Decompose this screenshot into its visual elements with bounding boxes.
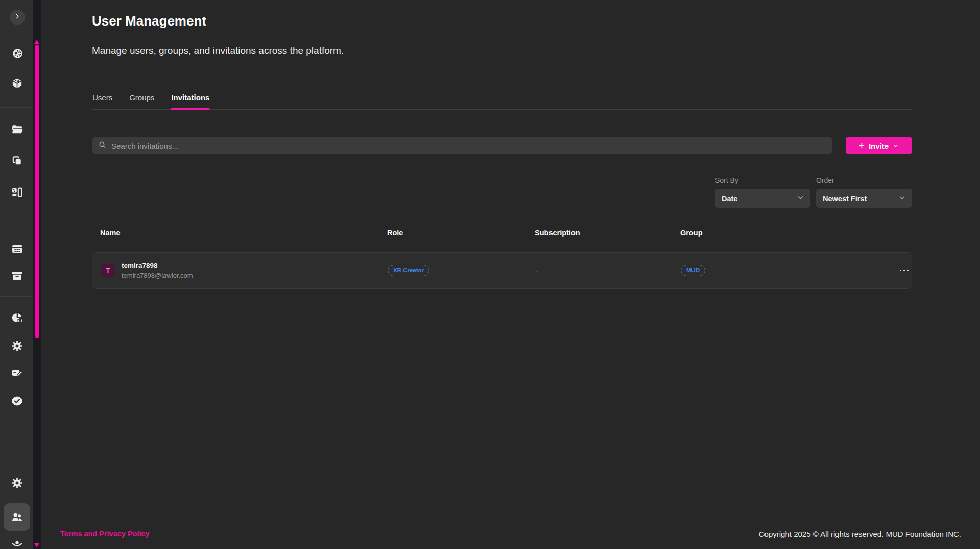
invite-button-label: Invite <box>869 141 889 150</box>
column-header-group: Group <box>680 229 889 237</box>
sidebar-item-admin-settings[interactable] <box>6 471 28 494</box>
sidebar-item-projects[interactable] <box>6 118 28 140</box>
footer: Terms and Privacy Policy Copyright 2025 … <box>41 518 980 549</box>
search-icon <box>98 140 107 151</box>
sidebar-divider <box>0 423 33 423</box>
sort-by-filter: Sort By Date <box>715 176 810 208</box>
group-badge: MUD <box>681 265 705 276</box>
tab-invitations[interactable]: Invitations <box>171 93 210 109</box>
filters: Sort By Date Order Newest First <box>715 176 912 208</box>
search-box <box>92 137 832 154</box>
copyright-text: Copyright 2025 © All rights reserved. MU… <box>759 530 961 538</box>
pie-chart-icon <box>11 311 23 324</box>
avatar: T <box>101 263 115 278</box>
scroll-down-arrow-icon[interactable] <box>34 543 39 547</box>
sidebar-divider <box>0 212 33 212</box>
sidebar-item-user-management[interactable] <box>4 503 30 531</box>
table-header-row: Name Role Subscription Group <box>92 229 912 237</box>
app-window: User Management Manage users, groups, an… <box>0 0 980 549</box>
user-cell: T temira7898 temira7898@lawior.com <box>101 261 388 279</box>
sidebar-item-billing[interactable] <box>6 362 28 384</box>
archive-box-icon <box>11 270 23 282</box>
sidebar-item-3d-assets[interactable] <box>6 72 28 94</box>
sidebar-item-copies[interactable] <box>6 150 28 172</box>
column-header-subscription: Subscription <box>535 229 680 237</box>
ellipsis-icon <box>900 270 902 272</box>
sidebar-item-approvals[interactable] <box>6 390 28 412</box>
chevron-down-icon <box>893 141 899 150</box>
tab-groups[interactable]: Groups <box>129 93 155 109</box>
sidebar <box>0 0 33 549</box>
sidebar-item-settings[interactable] <box>6 335 28 357</box>
chevron-right-icon <box>13 12 21 22</box>
page-subtitle: Manage users, groups, and invitations ac… <box>92 45 344 56</box>
page-title: User Management <box>92 13 206 29</box>
role-badge: XR Creator <box>388 265 429 276</box>
subscription-value: - <box>535 267 681 275</box>
sidebar-divider <box>0 296 33 297</box>
sidebar-item-analytics[interactable] <box>6 306 28 328</box>
card-edit-icon <box>11 367 23 379</box>
sort-by-label: Sort By <box>715 176 810 184</box>
plus-icon: + <box>859 140 865 150</box>
layout-icon <box>11 186 23 199</box>
sidebar-item-archive[interactable] <box>6 265 28 287</box>
row-actions-menu-button[interactable] <box>888 270 912 272</box>
chevron-down-icon <box>797 194 804 203</box>
sidebar-divider <box>0 107 33 108</box>
order-label: Order <box>816 176 912 184</box>
gear-icon <box>11 476 23 489</box>
sidebar-scrollbar <box>33 0 41 549</box>
main-content: User Management Manage users, groups, an… <box>41 0 980 549</box>
column-header-role: Role <box>387 229 535 237</box>
globe-search-icon <box>11 47 23 60</box>
invite-button[interactable]: + Invite <box>846 137 912 154</box>
column-header-name: Name <box>100 229 387 237</box>
scrollbar-thumb[interactable] <box>35 45 39 338</box>
sidebar-item-explore[interactable] <box>6 42 28 65</box>
calendar-icon <box>11 243 23 255</box>
scroll-up-arrow-icon[interactable] <box>34 40 39 44</box>
tab-bar: Users Groups Invitations <box>92 86 912 110</box>
users-icon <box>11 511 23 523</box>
chevron-down-icon <box>898 194 906 203</box>
person-icon <box>11 539 23 549</box>
copy-icon <box>11 155 23 168</box>
sidebar-item-boards[interactable] <box>6 181 28 203</box>
check-circle-icon <box>11 395 23 408</box>
table-row[interactable]: T temira7898 temira7898@lawior.com XR Cr… <box>92 252 912 289</box>
terms-privacy-link[interactable]: Terms and Privacy Policy <box>60 530 150 538</box>
sidebar-expand-button[interactable] <box>10 10 25 25</box>
sort-by-value: Date <box>722 195 737 203</box>
order-filter: Order Newest First <box>816 176 912 208</box>
order-value: Newest First <box>823 195 867 203</box>
sort-by-select[interactable]: Date <box>715 189 810 208</box>
username: temira7898 <box>122 261 193 270</box>
search-input[interactable] <box>111 141 826 150</box>
tab-users[interactable]: Users <box>92 93 113 109</box>
folder-open-icon <box>11 123 23 136</box>
user-email: temira7898@lawior.com <box>122 272 193 279</box>
order-select[interactable]: Newest First <box>816 189 912 208</box>
cube-3d-icon <box>11 77 23 90</box>
sidebar-item-calendar[interactable] <box>6 237 28 260</box>
toolbar: + Invite <box>92 137 912 154</box>
gear-icon <box>11 340 23 352</box>
sidebar-item-support[interactable] <box>6 534 28 549</box>
